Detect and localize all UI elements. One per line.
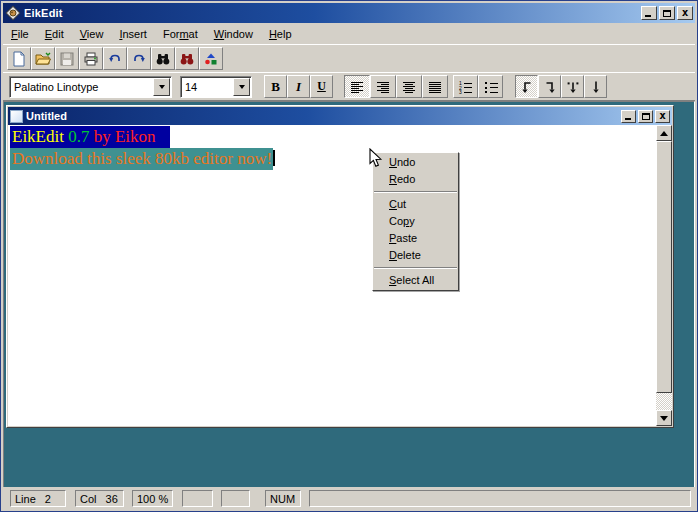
status-num-lock-panel: NUM	[265, 490, 301, 507]
font-name-dropdown-button[interactable]	[153, 78, 170, 96]
scroll-up-button[interactable]	[656, 125, 672, 141]
document-line-1: EikEdit 0.7 by Eikon	[10, 126, 170, 148]
align-center-button[interactable]	[396, 75, 422, 98]
align-justify-icon	[427, 80, 443, 94]
status-col-panel: Col36	[75, 490, 124, 507]
close-icon: x	[682, 7, 689, 18]
print-icon	[83, 51, 99, 67]
maximize-icon	[663, 10, 671, 17]
document-title: Untitled	[26, 110, 621, 122]
bullet-list-button[interactable]	[478, 75, 503, 98]
menu-edit[interactable]: Edit	[37, 26, 72, 42]
standard-toolbar	[3, 44, 695, 72]
app-icon	[5, 5, 21, 21]
font-name-value: Palatino Linotype	[10, 81, 152, 93]
status-empty-panel-2	[221, 490, 250, 507]
insert-shapes-icon	[203, 51, 219, 67]
find-binoculars-icon	[155, 51, 171, 67]
context-menu-separator	[374, 267, 457, 269]
context-menu-paste[interactable]: Paste	[373, 230, 458, 247]
print-button[interactable]	[79, 47, 103, 70]
chevron-down-icon	[239, 85, 245, 92]
undo-button[interactable]	[103, 47, 127, 70]
line-break-dotted-icon	[565, 80, 581, 94]
context-menu-copy[interactable]: Copy	[373, 213, 458, 230]
align-left-icon	[349, 80, 365, 94]
bold-button[interactable]: B	[264, 75, 287, 98]
font-name-combobox[interactable]: Palatino Linotype	[9, 76, 172, 98]
document-maximize-button[interactable]	[638, 110, 653, 123]
mdi-workspace: Untitled x EikEdit 0.7 by Eikon Download…	[3, 101, 695, 489]
open-file-icon	[35, 51, 51, 67]
align-center-icon	[401, 80, 417, 94]
italic-button[interactable]: I	[287, 75, 310, 98]
numbered-list-button[interactable]: 1 2 3	[453, 75, 478, 98]
close-button[interactable]: x	[677, 6, 693, 20]
status-line-panel: Line2	[10, 490, 66, 507]
menu-window[interactable]: Window	[206, 26, 261, 42]
maximize-icon	[642, 113, 650, 120]
close-icon: x	[659, 110, 666, 121]
context-menu-undo[interactable]: Undo	[373, 154, 458, 171]
menu-view[interactable]: View	[72, 26, 112, 42]
open-file-button[interactable]	[31, 47, 55, 70]
minimize-button[interactable]	[641, 6, 657, 20]
context-menu-redo[interactable]: Redo	[373, 171, 458, 188]
insert-shapes-button[interactable]	[199, 47, 223, 70]
document-body: EikEdit 0.7 by Eikon Download this sleek…	[8, 125, 672, 426]
text-editing-area[interactable]: EikEdit 0.7 by Eikon Download this sleek…	[8, 125, 656, 426]
save-button[interactable]	[55, 47, 79, 70]
context-menu-cut[interactable]: Cut	[373, 196, 458, 213]
font-size-dropdown-button[interactable]	[233, 78, 250, 96]
bullet-list-icon	[483, 80, 499, 94]
document-minimize-button[interactable]	[621, 110, 636, 123]
find-replace-binoculars-icon	[179, 51, 195, 67]
svg-text:3: 3	[459, 89, 462, 94]
align-justify-button[interactable]	[422, 75, 448, 98]
new-document-button[interactable]	[7, 47, 31, 70]
line-break-left-button[interactable]	[515, 75, 538, 98]
document-close-button[interactable]: x	[655, 110, 670, 123]
line-break-plain-button[interactable]	[584, 75, 607, 98]
document-line-2: Download this sleek 80kb editor now!	[10, 148, 273, 170]
menu-format[interactable]: Format	[155, 26, 206, 42]
find-button[interactable]	[151, 47, 175, 70]
find-replace-button[interactable]	[175, 47, 199, 70]
context-menu: Undo Redo Cut Copy Paste Delete Select A…	[372, 152, 459, 291]
minimize-icon	[625, 118, 631, 120]
title-bar: EikEdit x	[3, 3, 695, 23]
minimize-icon	[645, 15, 651, 17]
context-menu-select-all[interactable]: Select All	[373, 272, 458, 289]
chevron-down-icon	[159, 85, 165, 92]
redo-button[interactable]	[127, 47, 151, 70]
align-left-button[interactable]	[344, 75, 370, 98]
app-window: EikEdit x File Edit View Insert Format W…	[0, 0, 698, 512]
maximize-button[interactable]	[659, 6, 675, 20]
menu-help[interactable]: Help	[261, 26, 300, 42]
line-break-dotted-button[interactable]	[561, 75, 584, 98]
window-title: EikEdit	[24, 7, 641, 19]
line-break-plain-icon	[588, 80, 604, 94]
underline-icon: U	[317, 79, 326, 94]
line-break-right-button[interactable]	[538, 75, 561, 98]
font-size-combobox[interactable]: 14	[180, 76, 252, 98]
scrollbar-thumb[interactable]	[656, 141, 672, 393]
triangle-down-icon	[660, 416, 668, 425]
document-title-bar[interactable]: Untitled x	[8, 107, 672, 125]
status-bar: Line2 Col36 100 % NUM	[3, 487, 695, 509]
context-menu-delete[interactable]: Delete	[373, 247, 458, 264]
menu-insert[interactable]: Insert	[111, 26, 155, 42]
vertical-scrollbar[interactable]	[656, 125, 672, 426]
context-menu-separator	[374, 191, 457, 193]
align-right-button[interactable]	[370, 75, 396, 98]
numbered-list-icon: 1 2 3	[458, 80, 474, 94]
new-document-icon	[11, 51, 27, 67]
underline-button[interactable]: U	[310, 75, 333, 98]
scroll-down-button[interactable]	[656, 410, 672, 426]
status-empty-panel-1	[182, 490, 213, 507]
document-icon	[10, 110, 23, 123]
italic-icon: I	[296, 79, 301, 95]
line-break-left-icon	[519, 80, 535, 94]
line-break-right-icon	[542, 80, 558, 94]
menu-file[interactable]: File	[3, 26, 37, 42]
